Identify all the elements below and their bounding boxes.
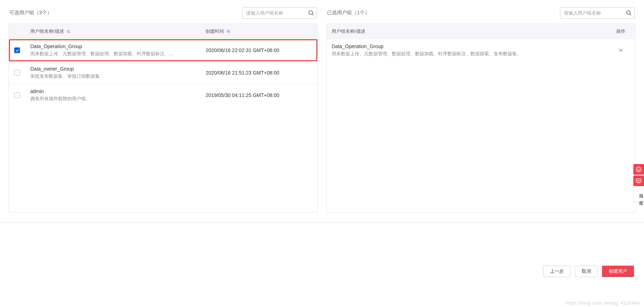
- group-desc: 用来数据上传、元数据管理、数据处理、数据加载、时序数据标注、数据探索、发布数据集…: [332, 51, 602, 57]
- row-checkbox[interactable]: [14, 47, 20, 53]
- chat-icon[interactable]: [633, 175, 644, 186]
- svg-point-12: [640, 180, 640, 181]
- table-row: Data_Operation_Group 用来数据上传、元数据管理、数据处理、数…: [327, 39, 635, 61]
- available-groups-title: 可选用户组（3个）: [9, 10, 52, 16]
- group-name: Data_Operation_Group: [30, 44, 196, 49]
- group-name: Data_owner_Group: [30, 66, 196, 72]
- smile-icon[interactable]: [633, 164, 644, 175]
- selected-groups-title: 已选用户组（1个）: [327, 10, 370, 16]
- svg-point-10: [638, 180, 638, 181]
- row-checkbox[interactable]: [14, 70, 20, 76]
- sort-icon[interactable]: [66, 29, 71, 34]
- available-header-name[interactable]: 用户组名称/描述: [30, 28, 64, 35]
- available-groups-panel: 可选用户组（3个） 用户组名称/描述 创建时间: [9, 7, 318, 213]
- available-search-input[interactable]: [242, 7, 317, 19]
- table-row[interactable]: Data_owner_Group 审批发布数据集、审批订阅数据集 2020/06…: [9, 62, 317, 84]
- side-widgets: 咨询·反馈: [633, 164, 644, 202]
- svg-point-11: [639, 180, 639, 181]
- available-header-time[interactable]: 创建时间: [206, 28, 224, 35]
- selected-header-op: 操作: [616, 28, 625, 35]
- group-created-time: 2020/06/16 22:02:31 GMT+08:00: [201, 43, 317, 57]
- available-table-header: 用户组名称/描述 创建时间: [9, 24, 317, 39]
- group-created-time: 2019/05/30 04:11:25 GMT+08:00: [201, 88, 317, 102]
- selected-groups-panel: 已选用户组（1个） 用户组名称/描述 操作 Data_Oper: [326, 7, 635, 213]
- selected-groups-search[interactable]: [560, 7, 635, 19]
- table-row[interactable]: Data_Operation_Group 用来数据上传、元数据管理、数据处理、数…: [9, 39, 317, 62]
- create-user-button[interactable]: 创建用户: [602, 266, 634, 277]
- svg-point-7: [638, 169, 638, 169]
- footer-actions: 上一步 取消 创建用户: [0, 222, 644, 285]
- group-desc: 审批发布数据集、审批订阅数据集: [30, 73, 196, 80]
- remove-icon[interactable]: [618, 47, 624, 53]
- cancel-button[interactable]: 取消: [575, 266, 598, 277]
- group-name: Data_Operation_Group: [332, 44, 602, 49]
- svg-point-6: [636, 167, 641, 172]
- selected-header-name: 用户组名称/描述: [332, 28, 365, 35]
- svg-point-8: [639, 169, 640, 169]
- group-desc: 拥有所有操作权限的用户组。: [30, 96, 196, 102]
- sort-asc-icon[interactable]: [226, 29, 230, 34]
- group-desc: 用来数据上传、元数据管理、数据处理、数据加载、时序数据标注、...: [30, 51, 196, 57]
- group-name: admin: [30, 88, 196, 94]
- selected-table-header: 用户组名称/描述 操作: [327, 24, 635, 39]
- group-created-time: 2020/06/16 21:51:23 GMT+08:00: [201, 66, 317, 80]
- table-row[interactable]: admin 拥有所有操作权限的用户组。 2019/05/30 04:11:25 …: [9, 84, 317, 106]
- available-groups-search[interactable]: [242, 7, 317, 19]
- row-checkbox[interactable]: [14, 92, 20, 98]
- selected-search-input[interactable]: [560, 7, 635, 19]
- feedback-button[interactable]: 咨询·反馈: [633, 187, 644, 202]
- previous-button[interactable]: 上一步: [543, 266, 571, 277]
